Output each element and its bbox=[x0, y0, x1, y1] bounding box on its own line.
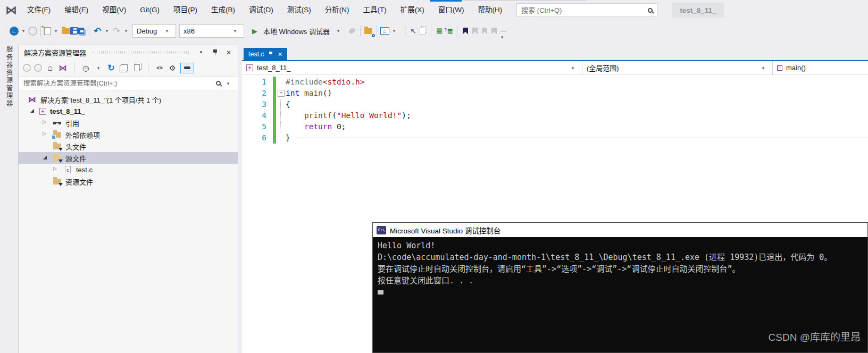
code-text[interactable]: { bbox=[286, 99, 868, 110]
menu-extensions[interactable]: 扩展(X) bbox=[394, 0, 431, 20]
menu-edit[interactable]: 编辑(E) bbox=[57, 0, 95, 20]
console-title-bar[interactable]: C:\ Microsoft Visual Studio 调试控制台 bbox=[373, 223, 867, 237]
menu-debug[interactable]: 调试(D) bbox=[242, 0, 280, 20]
collapse-arrow-icon[interactable] bbox=[53, 166, 59, 173]
undo-dropdown-icon[interactable] bbox=[102, 26, 112, 36]
chevron-down-icon[interactable] bbox=[389, 26, 399, 36]
undo-icon[interactable] bbox=[93, 26, 102, 36]
toolbar-grip[interactable] bbox=[4, 25, 8, 37]
quick-search-box[interactable] bbox=[516, 3, 657, 17]
menu-project[interactable]: 项目(P) bbox=[166, 0, 204, 20]
tree-item-resource-files[interactable]: 资源文件 bbox=[19, 175, 238, 187]
window-position-icon[interactable] bbox=[196, 48, 206, 57]
code-text[interactable]: return 0; bbox=[286, 121, 868, 132]
navigate-back-icon[interactable] bbox=[10, 27, 19, 36]
solution-configuration-dropdown[interactable]: Debug bbox=[132, 24, 176, 38]
search-icon[interactable] bbox=[648, 8, 653, 13]
console-output[interactable]: Hello World! D:\code\accumulated-day-and… bbox=[373, 237, 867, 297]
expand-arrow-icon[interactable] bbox=[29, 108, 36, 114]
switch-views-icon[interactable] bbox=[58, 63, 68, 73]
hot-reload-icon[interactable] bbox=[347, 26, 357, 36]
collapse-arrow-icon[interactable] bbox=[42, 131, 48, 138]
pending-changes-filter-icon[interactable] bbox=[81, 63, 90, 73]
code-line[interactable]: 4 printf("Hello World!"); bbox=[242, 110, 868, 121]
project-dropdown[interactable]: test_8_11_ bbox=[242, 61, 582, 74]
code-line[interactable]: 5 return 0; bbox=[242, 121, 868, 132]
environment-frame-icon[interactable] bbox=[380, 27, 389, 35]
previous-bookmark-icon[interactable] bbox=[470, 26, 480, 36]
code-line[interactable]: 2int main() bbox=[242, 88, 868, 99]
solution-search-input[interactable] bbox=[23, 80, 213, 87]
pin-icon[interactable] bbox=[269, 51, 273, 57]
code-text[interactable]: printf("Hello World!"); bbox=[286, 110, 868, 121]
menu-file[interactable]: 文件(F) bbox=[20, 0, 57, 20]
tree-item-header-files[interactable]: 头文件 bbox=[19, 140, 238, 152]
search-options-icon[interactable] bbox=[223, 79, 233, 88]
solution-search-box[interactable] bbox=[19, 76, 238, 90]
save-icon[interactable] bbox=[70, 27, 78, 35]
menu-analyze[interactable]: 分析(N) bbox=[318, 0, 356, 20]
show-all-files-icon[interactable] bbox=[132, 63, 141, 73]
menu-test[interactable]: 测试(S) bbox=[280, 0, 318, 20]
quick-search-input[interactable] bbox=[521, 6, 648, 14]
menu-build[interactable]: 生成(B) bbox=[204, 0, 242, 20]
new-item-dropdown-icon[interactable] bbox=[51, 26, 61, 36]
unindent-lines-icon[interactable] bbox=[444, 26, 454, 36]
view-code-icon[interactable] bbox=[155, 63, 164, 73]
code-line[interactable]: 1#include<stdio.h> bbox=[242, 77, 868, 88]
nest-files-icon[interactable] bbox=[119, 63, 129, 73]
expand-arrow-icon[interactable] bbox=[42, 155, 48, 161]
menu-window[interactable]: 窗口(W) bbox=[431, 0, 471, 20]
cursor-select-icon[interactable] bbox=[408, 26, 418, 36]
redo-dropdown-icon[interactable] bbox=[121, 26, 131, 36]
toolbar-overflow-icon[interactable] bbox=[499, 26, 508, 36]
menu-tools[interactable]: 工具(T) bbox=[356, 0, 394, 20]
forward-icon[interactable] bbox=[34, 64, 42, 72]
server-explorer-vertical-label[interactable]: 服务器资源管理器 bbox=[4, 46, 14, 353]
code-text[interactable]: int main() bbox=[286, 88, 868, 99]
code-text[interactable]: #include<stdio.h> bbox=[286, 77, 868, 88]
menu-help[interactable]: 帮助(H) bbox=[471, 0, 509, 20]
next-bookmark-icon[interactable] bbox=[480, 26, 489, 36]
tree-item-external-dependencies[interactable]: 外部依赖项 bbox=[19, 129, 238, 140]
pin-icon[interactable] bbox=[210, 48, 220, 57]
navigate-forward-icon[interactable] bbox=[28, 27, 37, 36]
properties-icon[interactable] bbox=[168, 63, 177, 73]
search-icon[interactable] bbox=[216, 81, 221, 86]
tree-item-project[interactable]: test_8_11_ bbox=[19, 105, 238, 117]
home-icon[interactable] bbox=[45, 63, 55, 73]
code-line[interactable]: 6} bbox=[242, 132, 868, 144]
sync-with-active-document-icon[interactable] bbox=[180, 63, 194, 73]
tree-item-solution[interactable]: 解决方案"test_8_11_"(1 个项目/共 1 个) bbox=[19, 94, 238, 105]
member-dropdown[interactable]: main() bbox=[773, 61, 868, 74]
tree-item-source-files[interactable]: 源文件 bbox=[19, 152, 238, 164]
refresh-icon[interactable] bbox=[106, 63, 116, 73]
solution-explorer-header[interactable]: 解决方案资源管理器 bbox=[19, 45, 238, 60]
code-view[interactable]: 1#include<stdio.h>2int main()3{4 printf(… bbox=[242, 75, 868, 144]
tree-item-testc[interactable]: test.c bbox=[19, 164, 238, 175]
code-text[interactable]: } bbox=[286, 132, 868, 144]
toggle-bookmark-icon[interactable] bbox=[461, 26, 470, 36]
open-file-icon[interactable] bbox=[61, 26, 70, 36]
tab-testc[interactable]: test.c bbox=[244, 48, 287, 60]
filter-dropdown-icon[interactable] bbox=[94, 63, 103, 73]
clear-bookmarks-icon[interactable] bbox=[489, 26, 499, 36]
scope-dropdown[interactable]: (全局范围) bbox=[582, 61, 773, 74]
find-in-files-icon[interactable] bbox=[364, 26, 373, 36]
collapse-region-icon[interactable] bbox=[276, 88, 286, 99]
back-icon[interactable] bbox=[23, 64, 31, 72]
save-all-icon[interactable] bbox=[78, 28, 84, 34]
code-line[interactable]: 3{ bbox=[242, 99, 868, 110]
menu-view[interactable]: 视图(V) bbox=[95, 0, 133, 20]
new-item-icon[interactable] bbox=[44, 27, 51, 35]
redo-icon[interactable] bbox=[112, 26, 121, 36]
collapse-arrow-icon[interactable] bbox=[42, 120, 48, 126]
navigate-back-dropdown-icon[interactable] bbox=[19, 26, 28, 36]
side-tool-tab[interactable]: 服务器资源管理器 bbox=[0, 43, 18, 353]
start-debugging-button[interactable]: 本地 Windows 调试器 bbox=[250, 26, 343, 36]
indent-lines-icon[interactable] bbox=[435, 26, 444, 36]
tree-item-references[interactable]: 引用 bbox=[19, 117, 238, 129]
menu-git[interactable]: Git(G) bbox=[133, 0, 166, 20]
close-icon[interactable] bbox=[278, 51, 282, 58]
solution-platform-dropdown[interactable]: x86 bbox=[179, 24, 244, 38]
